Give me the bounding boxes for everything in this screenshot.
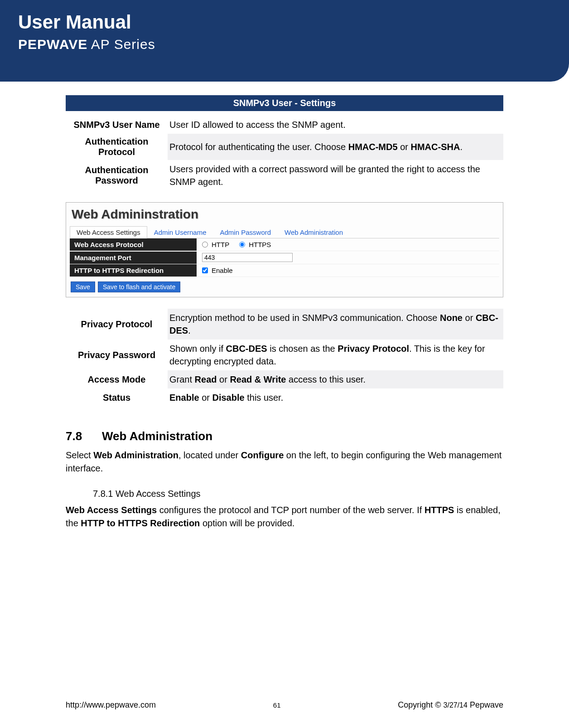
page-footer: http://www.pepwave.com 61 Copyright © 3/… bbox=[66, 700, 503, 710]
table-row: StatusEnable or Disable this user. bbox=[66, 388, 503, 407]
config-label: Management Port bbox=[70, 252, 197, 264]
footer-url: http://www.pepwave.com bbox=[66, 700, 156, 710]
brand-subtitle: PEPWAVE AP Series bbox=[18, 37, 551, 52]
footer-copyright: Copyright © 3/27/14 Pepwave bbox=[398, 700, 503, 710]
setting-description: Grant Read or Read & Write access to thi… bbox=[168, 370, 503, 388]
header-banner: User Manual PEPWAVE AP Series bbox=[0, 0, 569, 82]
table-row: Privacy PasswordShown only if CBC-DES is… bbox=[66, 340, 503, 370]
radio-http[interactable] bbox=[202, 242, 208, 248]
manual-title: User Manual bbox=[18, 11, 551, 33]
save-button[interactable]: Save bbox=[71, 281, 95, 292]
subsection-body: Web Access Settings configures the proto… bbox=[66, 504, 503, 530]
config-label: Web Access Protocol bbox=[70, 238, 197, 251]
section-heading: 7.8Web Administration bbox=[66, 429, 503, 443]
table-row: Access ModeGrant Read or Read & Write ac… bbox=[66, 370, 503, 388]
setting-label: SNMPv3 User Name bbox=[66, 116, 168, 134]
config-row: Web Access ProtocolHTTPHTTPS bbox=[70, 238, 499, 251]
table-row: Authentication ProtocolProtocol for auth… bbox=[66, 134, 503, 160]
tab-web-access-settings[interactable]: Web Access Settings bbox=[70, 226, 147, 238]
radio-https[interactable] bbox=[239, 242, 245, 248]
setting-label: Privacy Protocol bbox=[66, 309, 168, 340]
settings-table-header: SNMPv3 User - Settings bbox=[66, 95, 503, 111]
tab-admin-username[interactable]: Admin Username bbox=[147, 226, 213, 238]
setting-label: Status bbox=[66, 388, 168, 407]
setting-description: Encryption method to be used in SNMPv3 c… bbox=[168, 309, 503, 340]
config-label: HTTP to HTTPS Redirection bbox=[70, 264, 197, 277]
table-row: Privacy ProtocolEncryption method to be … bbox=[66, 309, 503, 340]
snmp-settings-table-bottom: Privacy ProtocolEncryption method to be … bbox=[66, 309, 503, 407]
config-value bbox=[197, 251, 298, 264]
config-value: Enable bbox=[197, 265, 238, 276]
setting-label: Authentication Protocol bbox=[66, 134, 168, 160]
config-value: HTTPHTTPS bbox=[197, 239, 284, 250]
snmp-settings-table-top: SNMPv3 User NameUser ID allowed to acces… bbox=[66, 116, 503, 191]
subsection-heading: 7.8.1 Web Access Settings bbox=[93, 489, 503, 499]
tabs-row: Web Access SettingsAdmin UsernameAdmin P… bbox=[70, 226, 499, 238]
config-row: Management Port bbox=[70, 251, 499, 264]
save-to-flash-and-activate-button[interactable]: Save to flash and activate bbox=[98, 281, 180, 292]
setting-description: Shown only if CBC-DES is chosen as the P… bbox=[168, 340, 503, 370]
button-row: SaveSave to flash and activate bbox=[66, 277, 503, 297]
setting-description: Enable or Disable this user. bbox=[168, 388, 503, 407]
setting-label: Privacy Password bbox=[66, 340, 168, 370]
tab-web-administration[interactable]: Web Administration bbox=[278, 226, 350, 238]
config-row: HTTP to HTTPS RedirectionEnable bbox=[70, 264, 499, 277]
tab-admin-password[interactable]: Admin Password bbox=[213, 226, 278, 238]
enable-checkbox[interactable] bbox=[202, 267, 208, 273]
setting-description: Users provided with a correct password w… bbox=[168, 160, 503, 191]
page-number: 61 bbox=[273, 701, 281, 709]
management-port-input[interactable] bbox=[202, 253, 293, 262]
setting-label: Authentication Password bbox=[66, 160, 168, 191]
section-body: Select Web Administration, located under… bbox=[66, 449, 503, 475]
table-row: SNMPv3 User NameUser ID allowed to acces… bbox=[66, 116, 503, 134]
web-admin-screenshot: Web Admininstration Web Access SettingsA… bbox=[66, 202, 503, 297]
table-row: Authentication PasswordUsers provided wi… bbox=[66, 160, 503, 191]
setting-description: Protocol for authenticating the user. Ch… bbox=[168, 134, 503, 160]
setting-label: Access Mode bbox=[66, 370, 168, 388]
web-admin-heading: Web Admininstration bbox=[66, 203, 503, 226]
setting-description: User ID allowed to access the SNMP agent… bbox=[168, 116, 503, 134]
